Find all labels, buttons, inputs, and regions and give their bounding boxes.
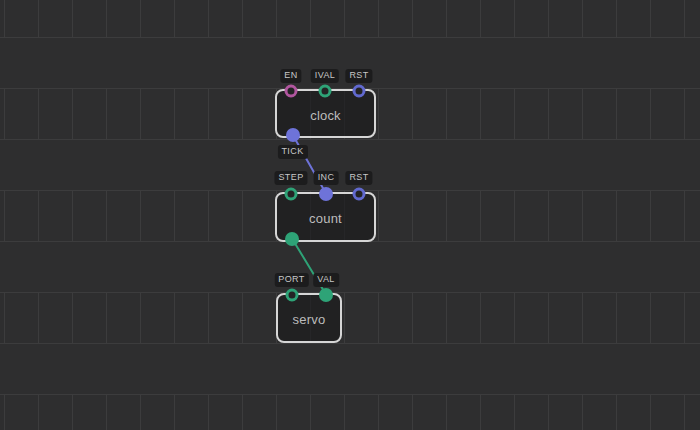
- nodes-layer: clockcountservo: [0, 0, 700, 430]
- clock-tick-output-port[interactable]: [286, 128, 300, 142]
- node-servo[interactable]: servo: [276, 293, 342, 343]
- servo-port-input-port[interactable]: [285, 288, 298, 301]
- node-canvas[interactable]: clockcountservo ENIVALRSTTICKSTEPINCRSTP…: [0, 0, 700, 430]
- count-out-output-port[interactable]: [285, 232, 299, 246]
- count-inc-input-port[interactable]: [319, 187, 333, 201]
- clock-rst-input-port[interactable]: [353, 84, 366, 97]
- servo-val-input-port[interactable]: [319, 288, 333, 302]
- node-servo-label: servo: [293, 309, 326, 327]
- node-clock-label: clock: [310, 105, 341, 123]
- clock-ival-input-port[interactable]: [319, 84, 332, 97]
- count-rst-input-port[interactable]: [353, 187, 366, 200]
- count-step-input-port[interactable]: [285, 187, 298, 200]
- clock-en-input-port[interactable]: [285, 84, 298, 97]
- node-count-label: count: [309, 208, 342, 226]
